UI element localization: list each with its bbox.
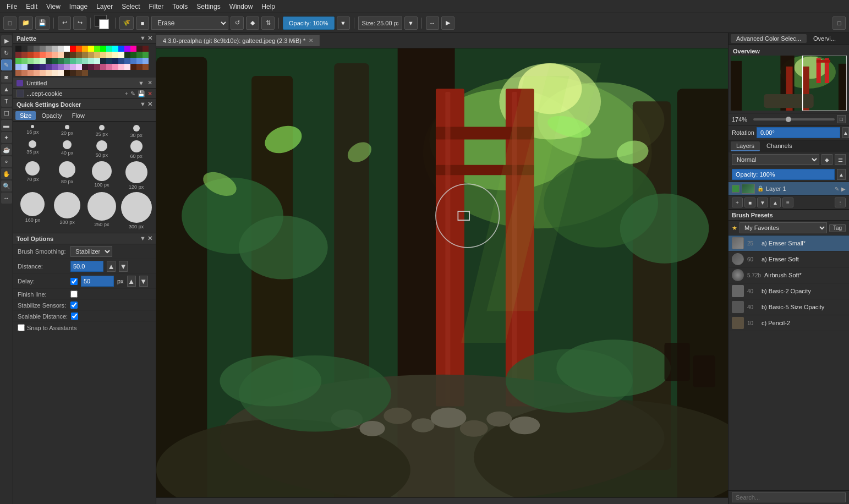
palette-cell[interactable]: [34, 46, 40, 52]
select-tool[interactable]: ▶: [1, 35, 12, 46]
tab-opacity[interactable]: Opacity: [37, 111, 66, 120]
palette-cell[interactable]: [40, 64, 46, 70]
delay-input[interactable]: [81, 276, 114, 287]
open-button[interactable]: 📁: [19, 17, 33, 30]
palette-cell[interactable]: [88, 58, 94, 64]
palette-cell[interactable]: [34, 64, 40, 70]
layer-options-icon[interactable]: ▼: [138, 80, 144, 86]
palette-cell[interactable]: [46, 70, 52, 76]
palette-cell[interactable]: [94, 58, 100, 64]
overview-thumbnail[interactable]: [731, 56, 847, 111]
palette-cell[interactable]: [52, 52, 58, 58]
palette-cell[interactable]: [70, 46, 76, 52]
multibrush-tool[interactable]: ✦: [1, 132, 12, 143]
tab-close-icon[interactable]: ✕: [309, 37, 313, 43]
new-button[interactable]: □: [3, 17, 17, 30]
to-close-icon[interactable]: ✕: [147, 235, 152, 242]
menu-image[interactable]: Image: [65, 2, 92, 12]
palette-cell[interactable]: [94, 46, 100, 52]
brush-preset-pencil2[interactable]: 10 c) Pencil-2: [729, 315, 849, 331]
palette-cell[interactable]: [136, 58, 143, 64]
add-layer-btn[interactable]: +: [732, 198, 743, 207]
tab-overview[interactable]: Overvi...: [808, 34, 841, 43]
palette-cell[interactable]: [100, 52, 106, 58]
brush-size-300[interactable]: 300 px: [120, 192, 152, 229]
palette-cell[interactable]: [28, 46, 34, 52]
mirror-h[interactable]: ↔: [426, 17, 439, 30]
palette-cell[interactable]: [21, 58, 28, 64]
palette-cell[interactable]: [88, 46, 94, 52]
paint-select-btn[interactable]: ◆: [246, 17, 259, 30]
palette-cell[interactable]: [64, 70, 70, 76]
delay-up[interactable]: ▲: [127, 276, 136, 287]
palette-cell[interactable]: [106, 46, 112, 52]
palette-cell[interactable]: [100, 64, 106, 70]
layer-more-btn[interactable]: ▶: [841, 186, 846, 192]
palette-cell[interactable]: [130, 58, 136, 64]
brush-delete-btn[interactable]: ✕: [147, 90, 152, 97]
palette-cell[interactable]: [21, 52, 28, 58]
palette-cell[interactable]: [52, 46, 58, 52]
palette-cell[interactable]: [82, 70, 88, 76]
palette-cell[interactable]: [76, 52, 82, 58]
palette-cell[interactable]: [118, 46, 124, 52]
canvas-tab-main[interactable]: 4.3.0-prealpha (git 8c9b10e): galteed.jp…: [156, 35, 320, 46]
palette-cell[interactable]: [15, 64, 21, 70]
palette-cell[interactable]: [94, 64, 100, 70]
palette-cell[interactable]: [82, 58, 88, 64]
palette-cell[interactable]: [130, 46, 136, 52]
zoom-slider[interactable]: [753, 118, 835, 120]
tab-flow[interactable]: Flow: [68, 111, 89, 120]
palette-cell[interactable]: [64, 46, 70, 52]
distance-input[interactable]: [70, 261, 103, 272]
copy-layer-btn[interactable]: ■: [744, 198, 755, 207]
palette-cell[interactable]: [118, 52, 124, 58]
bp-tag-button[interactable]: Tag: [829, 224, 846, 232]
horizontal-scrollbar[interactable]: [156, 497, 728, 504]
palette-cell[interactable]: [82, 46, 88, 52]
snap-checkbox[interactable]: [18, 324, 25, 331]
smudge-tool[interactable]: ☕: [1, 144, 12, 155]
qs-settings-icon[interactable]: ▼: [140, 101, 146, 108]
menu-settings[interactable]: Settings: [192, 2, 224, 12]
bp-filter-select[interactable]: My Favorites: [740, 222, 827, 233]
palette-cell[interactable]: [40, 52, 46, 58]
palette-cell[interactable]: [124, 58, 130, 64]
size-down[interactable]: ▼: [404, 17, 418, 30]
palette-cell[interactable]: [15, 46, 21, 52]
palette-cell[interactable]: [118, 64, 124, 70]
layer-alpha-lock[interactable]: 🔒: [757, 185, 764, 192]
palette-cell[interactable]: [58, 58, 64, 64]
menu-select[interactable]: Select: [117, 2, 144, 12]
merge-layers-btn[interactable]: ≡: [782, 198, 793, 207]
palette-cell[interactable]: [21, 70, 28, 76]
brush-select[interactable]: Erase: [151, 17, 228, 30]
palette-cell[interactable]: [100, 58, 106, 64]
palette-cell[interactable]: [70, 70, 76, 76]
menu-file[interactable]: File: [2, 2, 21, 12]
palette-cell[interactable]: [136, 52, 143, 58]
palette-cell[interactable]: [52, 70, 58, 76]
palette-cell[interactable]: [34, 70, 40, 76]
canvas-area[interactable]: [156, 48, 728, 497]
brush-preset-btn[interactable]: 🌾: [119, 17, 134, 30]
menu-layer[interactable]: Layer: [92, 2, 117, 12]
color-swatches[interactable]: [95, 15, 111, 31]
palette-cell[interactable]: [76, 58, 82, 64]
menu-edit[interactable]: Edit: [21, 2, 42, 12]
measure-tool[interactable]: ↔: [1, 193, 12, 204]
qs-close-icon[interactable]: ✕: [147, 101, 152, 108]
palette-cell[interactable]: [70, 52, 76, 58]
palette-cell[interactable]: [136, 64, 143, 70]
brush-save-btn[interactable]: 💾: [138, 90, 145, 97]
to-settings-icon[interactable]: ▼: [140, 235, 146, 242]
palette-cell[interactable]: [40, 70, 46, 76]
palette-cell[interactable]: [64, 58, 70, 64]
palette-cell[interactable]: [46, 52, 52, 58]
brush-smoothing-select[interactable]: Stabilizer: [70, 246, 112, 257]
palette-cell[interactable]: [28, 52, 34, 58]
zoom-fit-btn[interactable]: □: [837, 115, 846, 123]
palette-cell[interactable]: [46, 46, 52, 52]
brush-size-30[interactable]: 30 px: [120, 125, 152, 138]
palette-cell[interactable]: [28, 70, 34, 76]
